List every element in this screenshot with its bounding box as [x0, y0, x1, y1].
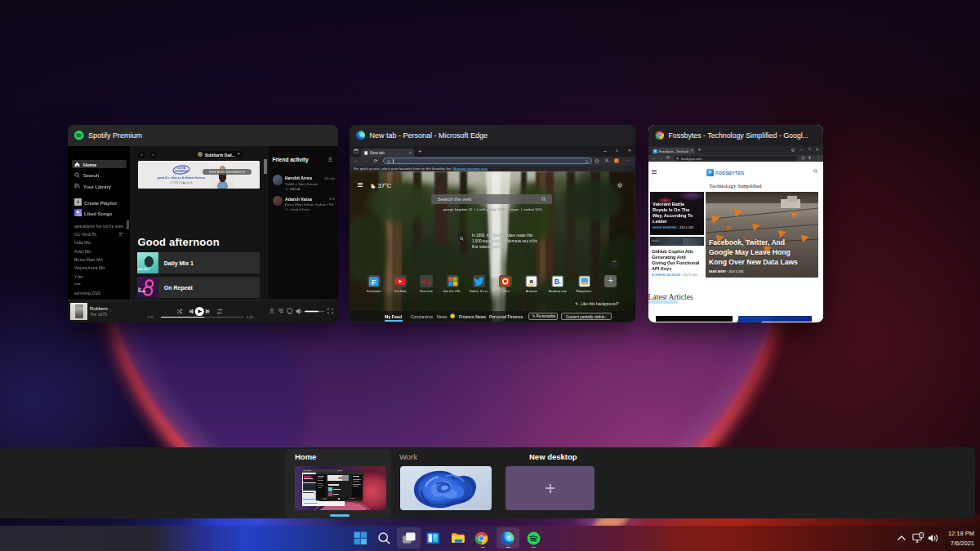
svg-text:a: a: [530, 277, 534, 284]
svg-text:F: F: [372, 278, 376, 286]
svg-text:B.: B.: [555, 278, 561, 285]
svg-text:RODRIGO: RODRIGO: [175, 170, 188, 173]
